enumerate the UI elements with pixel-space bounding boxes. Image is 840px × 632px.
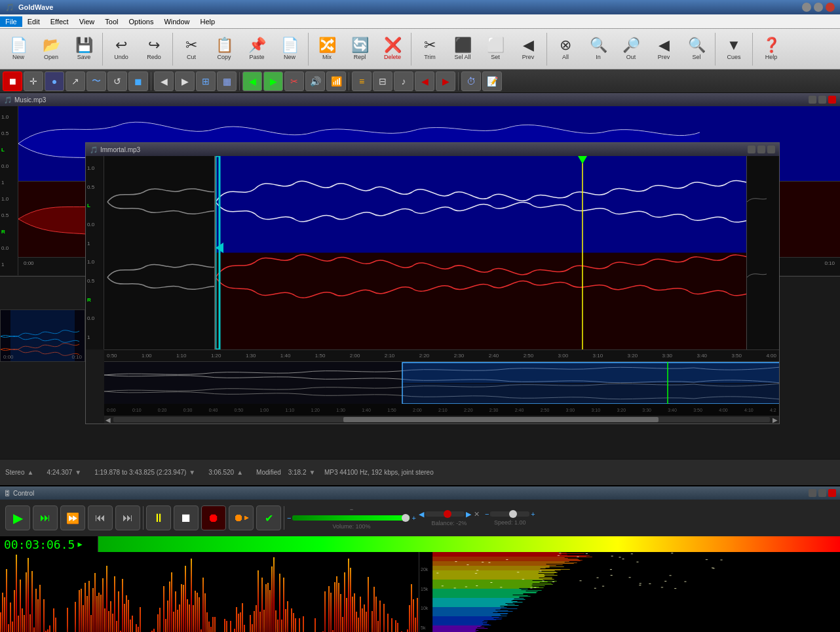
volume-slider[interactable] [292,515,410,521]
tb2-circle-btn[interactable]: ● [45,71,64,91]
tb2-expand-btn[interactable]: ⊞ [196,71,216,91]
toolbar-open[interactable]: 📂 Open [35,31,67,68]
music-win-close[interactable] [828,96,836,104]
check-button[interactable]: ✔ [256,505,281,530]
fast-forward-button[interactable]: ⏭ [115,505,140,530]
tb2-stop-btn[interactable]: ⏹ [3,71,22,91]
balance-right-btn[interactable]: ▶ [466,510,471,519]
toolbar-save[interactable]: 💾 Save [68,31,100,68]
toolbar-selall[interactable]: ⬛ Sel All [447,31,478,68]
immortal-win-btn2[interactable] [757,146,765,153]
ctrl-win-btn1[interactable] [809,489,816,497]
immortal-win-btn1[interactable] [748,146,755,153]
tb2-fade-btn[interactable]: ◀ [415,71,434,91]
menu-window[interactable]: Window [159,16,195,27]
toolbar-prev2[interactable]: ◀ Prev [648,31,679,68]
scroll-thumb[interactable] [343,417,659,422]
tb2-pitch-btn[interactable]: ♪ [394,71,413,91]
immortal-window: 🎵 Immortal.mp3 1.0 0.5 L 0.0 1 1.0 0.5 R… [85,142,780,424]
tb2-color2-btn[interactable]: ▶ [263,71,283,91]
ctrl-win-btn2[interactable] [818,489,826,497]
toolbar-copy[interactable]: 📋 Copy [208,31,240,68]
zoomin-icon: 🔍 [590,38,607,52]
volume-minus-btn[interactable]: − [287,514,291,522]
rewind-button[interactable]: ⏮ [88,505,113,530]
tb2-speaker-btn[interactable]: 🔊 [305,71,325,91]
scroll-right-btn[interactable]: ▶ [771,416,779,424]
speed-slider[interactable] [490,511,529,517]
pause-button[interactable]: ⏸ [146,505,171,530]
maximize-button[interactable] [814,3,823,12]
play-end-button[interactable]: ⏩ [60,505,85,530]
balance-left-btn[interactable]: ◀ [419,510,424,519]
tb2-loop-btn[interactable]: ↺ [107,71,127,91]
volume-thumb[interactable] [402,514,410,522]
tb2-vol-btn[interactable]: 📶 [326,71,346,91]
toolbar-all[interactable]: ⊗ All [550,31,581,68]
menu-file[interactable]: File [0,16,22,27]
tb2-fade2-btn[interactable]: ▶ [436,71,455,91]
scroll-left-btn[interactable]: ◀ [104,416,112,424]
balance-control: ◀ ▶ ✕ Balance: -2% [419,510,480,526]
play-button[interactable]: ▶ [5,505,30,530]
tb2-wave-btn[interactable]: 〜 [86,71,106,91]
tb2-move-btn[interactable]: ✛ [24,71,43,91]
balance-reset-btn[interactable]: ✕ [474,510,480,519]
toolbar-delete[interactable]: ❌ Delete [377,31,408,68]
record-play-button[interactable]: ⏺▶ [229,505,254,530]
scroll-track[interactable] [113,417,770,422]
tb2-left-btn[interactable]: ◀ [154,71,174,91]
tb2-time-btn[interactable]: ⏱ [461,71,481,91]
tb2-note-btn[interactable]: 📝 [482,71,502,91]
toolbar-zoomin[interactable]: 🔍 In [582,31,614,68]
toolbar-new2[interactable]: 📄 New [274,31,305,68]
toolbar-prev[interactable]: ◀ Prev [512,31,544,68]
immortal-main-waveform[interactable] [216,156,779,349]
music-win-minimize[interactable] [809,96,816,104]
speed-plus-btn[interactable]: + [531,510,535,518]
tb2-grid-btn[interactable]: ▦ [217,71,237,91]
tb2-red-btn[interactable]: ✂ [284,71,304,91]
toolbar-mix[interactable]: 🔀 Mix [311,31,343,68]
toolbar-cues[interactable]: ▼ Cues [718,31,750,68]
speed-minus-btn[interactable]: − [485,510,489,518]
toolbar-undo[interactable]: ↩ Undo [105,31,137,68]
tb2-right-btn[interactable]: ▶ [175,71,195,91]
tb2-color1-btn[interactable]: ◀ [242,71,262,91]
speed-thumb[interactable] [509,510,517,518]
close-button[interactable] [826,3,835,12]
toolbar-help[interactable]: ❓ Help [755,31,787,68]
menu-view[interactable]: View [74,16,100,27]
balance-thumb[interactable] [444,510,451,518]
menu-edit[interactable]: Edit [22,16,45,27]
immortal-scrollbar[interactable]: ◀ ▶ [104,416,779,424]
toolbar-set-label: Set [491,54,500,60]
toolbar-trim[interactable]: ✂ Trim [414,31,446,68]
music-win-maximize[interactable] [818,96,826,104]
tb2-sel-btn[interactable]: ◼ [128,71,148,91]
toolbar-paste[interactable]: 📌 Paste [241,31,273,68]
balance-slider[interactable] [425,511,465,517]
toolbar-zoomout[interactable]: 🔎 Out [615,31,647,68]
immortal-win-btn3[interactable] [767,146,775,153]
stop-button[interactable]: ⏹ [174,505,199,530]
menu-effect[interactable]: Effect [45,16,74,27]
volume-plus-btn[interactable]: + [411,514,415,522]
immortal-overview[interactable] [104,361,779,404]
menu-tool[interactable]: Tool [100,16,123,27]
tb2-eq-btn[interactable]: ≡ [352,71,372,91]
menu-options[interactable]: Options [123,16,159,27]
toolbar-sel[interactable]: 🔍 Sel [681,31,712,68]
ctrl-win-btn3[interactable] [828,489,836,497]
toolbar-cut[interactable]: ✂ Cut [176,31,207,68]
toolbar-new[interactable]: 📄 New [3,31,34,68]
toolbar-redo[interactable]: ↪ Redo [138,31,170,68]
tb2-norm-btn[interactable]: ⊟ [373,71,392,91]
tb2-cursor-btn[interactable]: ↗ [66,71,85,91]
record-button[interactable]: ⏺ [201,505,226,530]
play-next-button[interactable]: ⏭ [33,505,58,530]
minimize-button[interactable] [802,3,811,12]
toolbar-repl[interactable]: 🔄 Repl [344,31,375,68]
toolbar-set[interactable]: ⬜ Set [480,31,511,68]
menu-help[interactable]: Help [195,16,221,27]
